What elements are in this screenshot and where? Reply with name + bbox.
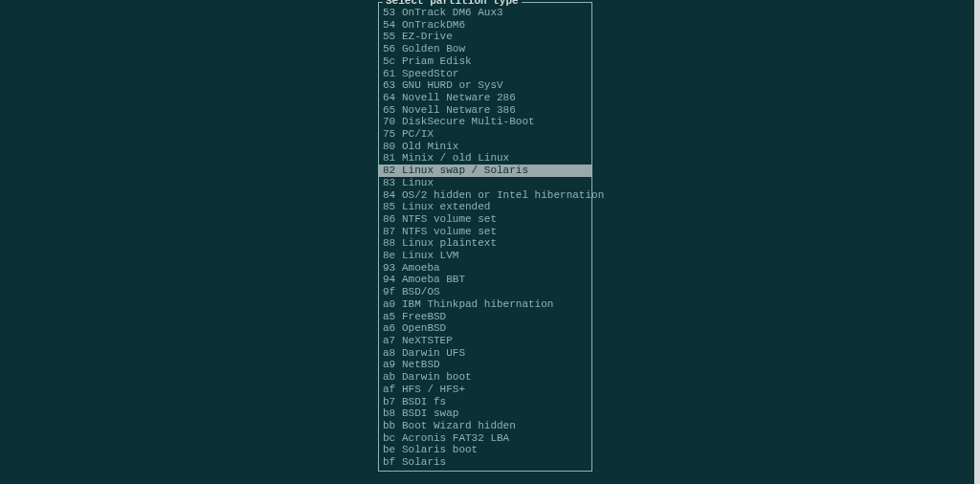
partition-type-item[interactable]: 63GNU HURD or SysV <box>379 79 591 92</box>
partition-type-item[interactable]: 65Novell Netware 386 <box>379 104 591 117</box>
partition-type-item[interactable]: afHFS / HFS+ <box>379 384 591 396</box>
partition-type-item[interactable]: bfSolaris <box>379 456 591 469</box>
partition-name: Old Minix <box>402 141 458 153</box>
partition-type-item[interactable]: 5cPriam Edisk <box>379 55 591 68</box>
partition-name: HFS / HFS+ <box>402 384 465 396</box>
partition-code: 70 <box>383 116 400 128</box>
partition-code: a0 <box>383 298 400 311</box>
partition-code: 63 <box>383 79 400 92</box>
partition-name: Linux <box>402 177 434 189</box>
partition-name: Amoeba <box>402 262 440 275</box>
partition-type-item[interactable]: 64Novell Netware 286 <box>379 92 591 104</box>
partition-name: PC/IX <box>402 128 434 141</box>
partition-name: OnTrack DM6 Aux3 <box>402 7 503 19</box>
partition-type-item[interactable]: beSolaris boot <box>379 444 591 456</box>
partition-type-item[interactable]: bcAcronis FAT32 LBA <box>379 432 591 445</box>
partition-name: Boot Wizard hidden <box>402 420 516 432</box>
partition-name: NetBSD <box>402 359 440 371</box>
partition-code: 55 <box>383 31 400 43</box>
partition-code: bc <box>383 432 400 445</box>
partition-code: 84 <box>383 189 400 202</box>
partition-code: b7 <box>383 396 400 408</box>
partition-type-item[interactable]: 82Linux swap / Solaris <box>379 165 591 177</box>
partition-type-item[interactable]: bbBoot Wizard hidden <box>379 420 591 432</box>
partition-type-item[interactable]: a8Darwin UFS <box>379 347 591 360</box>
partition-name: Solaris boot <box>402 444 478 456</box>
partition-type-item[interactable]: a0IBM Thinkpad hibernation <box>379 298 591 311</box>
partition-type-item[interactable]: 85Linux extended <box>379 201 591 213</box>
partition-code: a8 <box>383 347 400 360</box>
partition-name: Minix / old Linux <box>402 152 509 165</box>
partition-type-item[interactable]: 84OS/2 hidden or Intel hibernation <box>379 189 591 202</box>
partition-code: 93 <box>383 262 400 275</box>
partition-type-item[interactable]: 70DiskSecure Multi-Boot <box>379 116 591 128</box>
partition-type-item[interactable]: 86NTFS volume set <box>379 213 591 226</box>
partition-type-item[interactable]: 88Linux plaintext <box>379 237 591 250</box>
partition-type-item[interactable]: a6OpenBSD <box>379 322 591 335</box>
partition-type-item[interactable]: b8BSDI swap <box>379 407 591 420</box>
partition-type-item[interactable]: b7BSDI fs <box>379 396 591 408</box>
partition-type-item[interactable]: 93Amoeba <box>379 262 591 275</box>
partition-code: 87 <box>383 226 400 238</box>
partition-type-item[interactable]: a5FreeBSD <box>379 311 591 323</box>
partition-code: a9 <box>383 359 400 371</box>
partition-code: bb <box>383 420 400 432</box>
partition-code: 61 <box>383 68 400 80</box>
partition-name: Priam Edisk <box>402 55 472 68</box>
partition-name: OS/2 hidden or Intel hibernation <box>402 189 604 202</box>
partition-name: FreeBSD <box>402 311 446 323</box>
partition-type-dialog: Select partition type 53OnTrack DM6 Aux3… <box>378 2 592 472</box>
partition-name: Novell Netware 386 <box>402 104 516 117</box>
partition-code: 80 <box>383 141 400 153</box>
partition-name: Solaris <box>402 456 446 469</box>
partition-name: Linux swap / Solaris <box>402 165 528 177</box>
partition-type-list[interactable]: 53OnTrack DM6 Aux354OnTrackDM655EZ-Drive… <box>379 2 591 471</box>
partition-type-item[interactable]: 53OnTrack DM6 Aux3 <box>379 7 591 19</box>
partition-type-item[interactable]: 9fBSD/OS <box>379 286 591 298</box>
dialog-title: Select partition type <box>383 0 522 7</box>
partition-code: bf <box>383 456 400 469</box>
partition-type-item[interactable]: a7NeXTSTEP <box>379 335 591 347</box>
partition-type-item[interactable]: a9NetBSD <box>379 359 591 371</box>
partition-type-item[interactable]: 81Minix / old Linux <box>379 152 591 165</box>
partition-name: Linux plaintext <box>402 237 497 250</box>
partition-name: NTFS volume set <box>402 226 497 238</box>
partition-code: 64 <box>383 92 400 104</box>
partition-name: Darwin boot <box>402 371 472 384</box>
partition-name: Linux LVM <box>402 250 458 262</box>
partition-type-item[interactable]: 54OnTrackDM6 <box>379 19 591 32</box>
partition-type-item[interactable]: 61SpeedStor <box>379 68 591 80</box>
partition-name: Acronis FAT32 LBA <box>402 432 509 445</box>
partition-name: BSDI swap <box>402 407 458 420</box>
vertical-scrollbar[interactable] <box>974 0 980 484</box>
partition-code: a7 <box>383 335 400 347</box>
partition-type-item[interactable]: 94Amoeba BBT <box>379 274 591 286</box>
partition-code: ab <box>383 371 400 384</box>
partition-name: OnTrackDM6 <box>402 19 465 32</box>
partition-code: af <box>383 384 400 396</box>
partition-code: 83 <box>383 177 400 189</box>
partition-type-item[interactable]: 55EZ-Drive <box>379 31 591 43</box>
partition-type-item[interactable]: 56Golden Bow <box>379 43 591 55</box>
partition-code: b8 <box>383 407 400 420</box>
partition-name: SpeedStor <box>402 68 458 80</box>
partition-name: EZ-Drive <box>402 31 453 43</box>
partition-code: 81 <box>383 152 400 165</box>
partition-code: 5c <box>383 55 400 68</box>
partition-type-item[interactable]: 8eLinux LVM <box>379 250 591 262</box>
partition-code: 54 <box>383 19 400 32</box>
partition-code: 75 <box>383 128 400 141</box>
partition-type-item[interactable]: 83Linux <box>379 177 591 189</box>
partition-code: 82 <box>383 165 400 177</box>
partition-type-item[interactable]: 87NTFS volume set <box>379 226 591 238</box>
partition-type-item[interactable]: abDarwin boot <box>379 371 591 384</box>
partition-code: a6 <box>383 322 400 335</box>
partition-code: 88 <box>383 237 400 250</box>
partition-type-item[interactable]: 80Old Minix <box>379 141 591 153</box>
partition-name: Linux extended <box>402 201 490 213</box>
partition-code: 85 <box>383 201 400 213</box>
partition-type-item[interactable]: 75PC/IX <box>379 128 591 141</box>
partition-code: 8e <box>383 250 400 262</box>
partition-name: BSD/OS <box>402 286 440 298</box>
partition-name: NTFS volume set <box>402 213 497 226</box>
